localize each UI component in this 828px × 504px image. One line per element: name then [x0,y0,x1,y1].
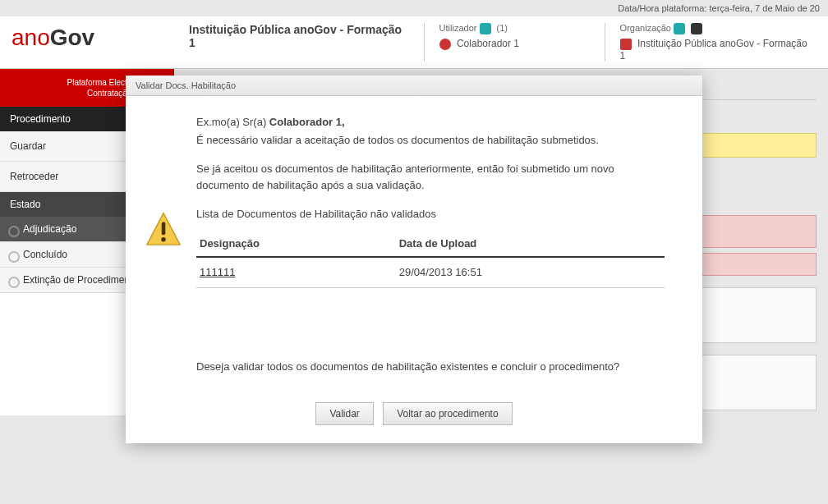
datetime-label: Data/Hora plataforma: [618,3,706,13]
user-label: Utilizador (1) [439,23,590,34]
logo-part2: Gov [50,25,94,50]
org-icon-2 [691,23,702,34]
modal-title: Validar Docs. Habilitação [126,76,702,96]
doc-list-heading: Lista de Documentos de Habilitação não v… [196,206,665,222]
modal-confirm-text: Deseja validar todos os documentos de ha… [145,360,683,373]
app-logo: anoGov [12,25,163,51]
institution-title: Instituição Pública anoGov - Formação 1 [189,23,409,49]
org-icon-1 [674,23,685,34]
logo-part1: ano [12,25,50,50]
th-designacao: Designação [196,231,396,258]
validar-button[interactable]: Validar [315,402,373,425]
user-count-icon [480,23,491,34]
table-row: 111111 29/04/2013 16:51 [196,257,665,287]
doc-date: 29/04/2013 16:51 [396,257,665,287]
datetime-value: terça-feira, 7 de Maio de 20 [709,3,820,13]
doc-table: Designação Data de Upload 111111 29/04/2… [196,231,665,288]
top-datetime-bar: Data/Hora plataforma: terça-feira, 7 de … [0,0,828,16]
modal-greeting: Ex.mo(a) Sr(a) Colaborador 1, [196,114,665,131]
user-icon [439,39,451,50]
logo-area: anoGov [0,16,174,68]
modal-p2: Se já aceitou os documentos de habilitaç… [196,161,665,193]
header: anoGov Instituição Pública anoGov - Form… [0,16,828,69]
org-icon [620,39,632,50]
voltar-button[interactable]: Voltar ao procedimento [383,402,512,425]
user-count: (1) [497,23,508,33]
user-value: Colaborador 1 [439,38,590,50]
th-data-upload: Data de Upload [396,231,665,258]
svg-point-5 [161,237,166,242]
svg-rect-4 [162,222,166,236]
warning-triangle-icon [145,114,182,346]
org-value: Instituição Pública anoGov - Formação 1 [620,38,813,62]
modal-p1: É necessário validar a aceitação de todo… [196,132,665,149]
modal-validar-docs: Validar Docs. Habilitação Ex.mo(a) Sr(a)… [126,76,702,443]
org-label: Organização [620,23,813,34]
doc-link[interactable]: 111111 [200,266,235,278]
